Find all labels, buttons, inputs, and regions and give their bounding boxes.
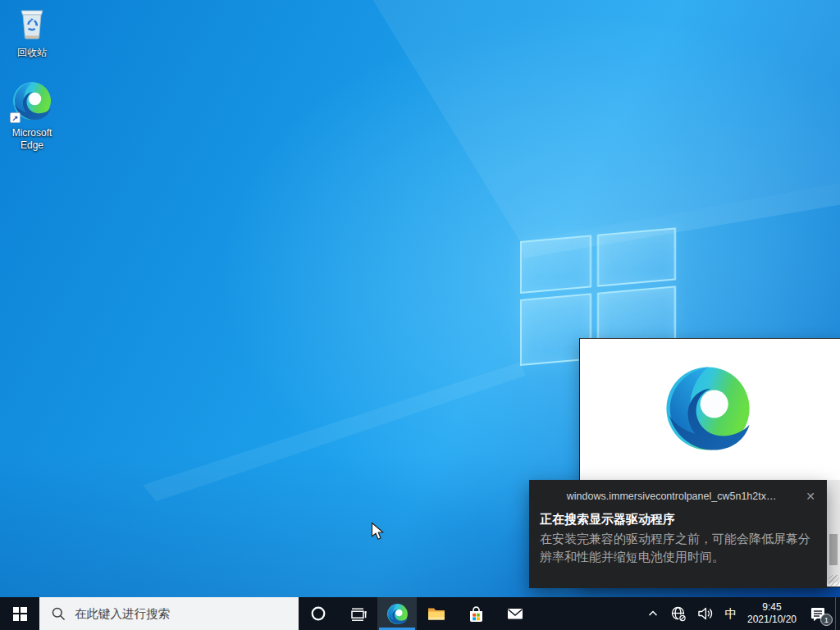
clock-time: 9:45	[762, 601, 781, 614]
taskbar-task-view-button[interactable]	[338, 597, 377, 630]
close-icon[interactable]: ✕	[806, 491, 815, 502]
show-desktop-button[interactable]	[835, 597, 840, 630]
recycle-bin-icon	[16, 5, 48, 44]
system-tray: 中 9:45 2021/10/20 1	[641, 597, 840, 630]
windows-desktop: 回收站 ↗ Microsoft Edge windows.immersiveco…	[0, 0, 840, 630]
microsoft-store-icon	[466, 604, 486, 624]
taskbar-file-explorer-button[interactable]	[417, 597, 456, 630]
taskbar-search[interactable]	[39, 597, 299, 630]
tray-volume-button[interactable]	[692, 597, 719, 630]
taskbar-cortana-button[interactable]	[299, 597, 338, 630]
globe-no-internet-icon	[669, 605, 687, 623]
desktop-icon-microsoft-edge[interactable]: ↗ Microsoft Edge	[0, 80, 64, 152]
desktop-icon-recycle-bin[interactable]: 回收站	[0, 5, 64, 59]
desktop-icon-label: 回收站	[17, 47, 47, 59]
notification-count-badge: 1	[820, 614, 833, 626]
toast-notification[interactable]: windows.immersivecontrolpanel_cw5n1h2tx……	[529, 480, 827, 588]
tray-ime-indicator[interactable]: 中	[719, 597, 743, 630]
task-view-icon	[347, 603, 368, 624]
tray-action-center-button[interactable]: 1	[801, 597, 835, 630]
search-icon	[51, 606, 66, 622]
search-input[interactable]	[75, 607, 299, 620]
edge-icon	[386, 603, 409, 625]
toast-body: 在安装完兼容的驱动程序之前，可能会降低屏幕分辨率和性能并缩短电池使用时间。	[529, 527, 827, 566]
tray-network-button[interactable]	[664, 597, 692, 630]
shortcut-arrow-icon: ↗	[10, 112, 21, 123]
window-resize-grip[interactable]	[829, 575, 839, 586]
toast-title: 正在搜索显示器驱动程序	[529, 502, 827, 527]
cortana-icon	[309, 605, 327, 623]
speaker-icon	[696, 604, 715, 623]
windows-logo-icon	[13, 607, 27, 621]
taskbar-mail-button[interactable]	[495, 597, 535, 630]
tray-clock[interactable]: 9:45 2021/10/20	[743, 597, 801, 630]
desktop-icon-label: Microsoft Edge	[2, 127, 62, 152]
edge-logo-large	[663, 363, 753, 454]
microsoft-edge-icon: ↗	[11, 80, 52, 125]
scrollbar-track[interactable]	[827, 480, 840, 582]
chevron-up-icon	[646, 607, 660, 620]
toast-header: windows.immersivecontrolpanel_cw5n1h2tx……	[529, 480, 827, 502]
tray-show-hidden-icons-button[interactable]	[641, 597, 664, 630]
taskbar-edge-button[interactable]	[377, 597, 417, 630]
scrollbar-thumb[interactable]	[829, 534, 838, 565]
mail-icon	[504, 603, 526, 624]
toast-app-id: windows.immersivecontrolpanel_cw5n1h2tx…	[542, 491, 801, 502]
clock-date: 2021/10/20	[747, 614, 797, 626]
start-button[interactable]	[0, 597, 39, 630]
file-explorer-icon	[426, 603, 447, 624]
taskbar: 中 9:45 2021/10/20 1	[0, 597, 840, 630]
taskbar-store-button[interactable]	[456, 597, 495, 630]
